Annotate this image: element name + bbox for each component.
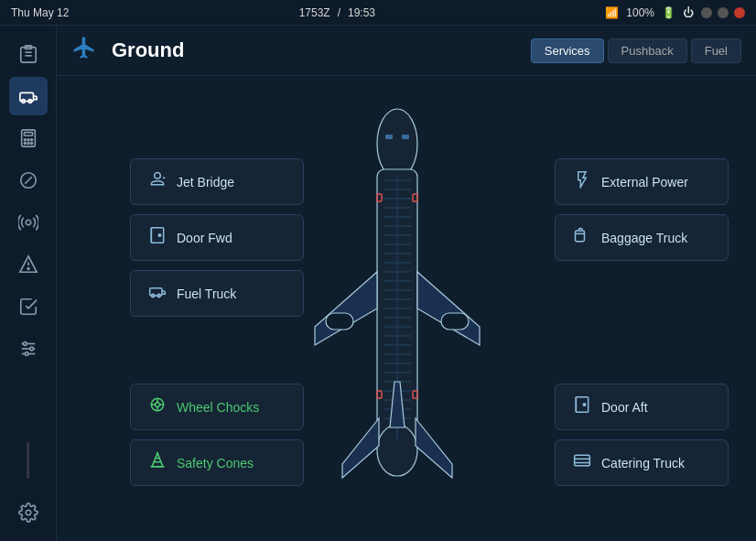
maximize-button[interactable] [718,7,729,18]
svg-rect-60 [441,313,469,330]
baggage-truck-button[interactable]: Baggage Truck [555,214,729,261]
system-tray: 📶 100% 🔋 ⏻ [605,6,745,19]
sidebar-item-warning[interactable] [9,245,48,284]
door-aft-button[interactable]: Door Aft [555,384,729,430]
safety-cones-button[interactable]: Safety Cones [130,439,304,486]
window-controls[interactable] [701,7,745,18]
sidebar-item-settings[interactable] [9,493,48,532]
catering-truck-button[interactable]: Catering Truck [555,439,729,486]
door-fwd-icon [147,226,167,249]
header: Ground Services Pushback Fuel [57,26,756,76]
svg-rect-66 [151,228,163,243]
time-display: 1753Z / 19:53 [299,6,375,19]
sidebar-item-ground[interactable] [9,77,48,115]
baggage-truck-icon [572,226,592,249]
tab-services[interactable]: Services [531,38,604,63]
svg-point-25 [26,510,31,515]
sidebar [0,26,57,541]
door-fwd-button[interactable]: Door Fwd [130,214,304,261]
services-right-top: External Power Baggage Truck [555,158,729,261]
fuel-truck-icon [147,282,167,305]
safety-cones-icon [147,451,167,474]
airplane-diagram [306,89,507,528]
battery-icon: 🔋 [662,6,675,19]
external-power-button[interactable]: External Power [555,158,729,205]
sidebar-item-clipboard[interactable] [9,35,48,73]
svg-point-23 [29,347,33,351]
sidebar-item-sliders[interactable] [9,330,48,368]
minimize-button[interactable] [701,7,712,18]
header-tabs: Services Pushback Fuel [531,38,741,63]
wheel-chocks-label: Wheel Chocks [177,400,259,415]
svg-point-9 [24,139,26,141]
services-left-top: Jet Bridge Door Fwd [130,158,304,317]
svg-point-18 [27,268,29,270]
fuel-truck-button[interactable]: Fuel Truck [130,270,304,317]
fuel-truck-label: Fuel Truck [177,287,236,301]
door-aft-icon [572,395,592,418]
jet-bridge-icon [147,170,167,193]
power-icon: ⏻ [683,6,694,19]
svg-rect-30 [402,135,409,139]
svg-point-73 [156,403,160,407]
svg-point-24 [25,352,28,356]
door-aft-label: Door Aft [601,400,648,415]
safety-cones-label: Safety Cones [177,456,254,471]
svg-point-67 [158,234,161,237]
sidebar-item-signal[interactable] [9,203,48,242]
wheel-chocks-icon [147,395,167,418]
ground-view: Jet Bridge Door Fwd [57,76,756,541]
door-fwd-label: Door Fwd [177,231,232,245]
svg-rect-81 [576,231,585,242]
external-power-label: External Power [601,175,688,189]
main-content: Ground Services Pushback Fuel [57,26,756,541]
time-local: 19:53 [348,6,375,19]
time-utc: 1753Z [299,6,330,19]
title-bar: Thu May 12 1753Z / 19:53 📶 100% 🔋 ⏻ [0,0,756,26]
services-left-bottom: Wheel Chocks Safety Cones [130,384,304,486]
sidebar-item-checklist[interactable] [9,287,48,326]
app-logo [71,35,97,66]
svg-point-16 [26,220,31,225]
svg-point-12 [24,143,26,145]
sidebar-item-calculator[interactable] [9,119,48,157]
page-title: Ground [112,38,516,62]
sidebar-scrollbar [27,442,29,479]
services-right-bottom: Door Aft Catering Truck [555,384,729,486]
tab-pushback[interactable]: Pushback [608,38,687,63]
wheel-chocks-button[interactable]: Wheel Chocks [130,384,304,430]
svg-rect-29 [385,135,393,139]
wifi-icon: 📶 [605,6,619,19]
baggage-truck-label: Baggage Truck [601,231,687,245]
svg-rect-83 [576,397,588,413]
date-display: Thu May 12 [11,6,69,19]
svg-point-13 [27,143,29,145]
jet-bridge-button[interactable]: Jet Bridge [130,158,304,205]
catering-truck-icon [572,451,592,474]
close-button[interactable] [734,7,745,18]
svg-rect-8 [24,133,32,136]
battery-percentage: 100% [626,6,654,19]
svg-point-11 [30,139,32,141]
jet-bridge-label: Jet Bridge [177,175,234,189]
svg-rect-86 [575,455,590,466]
external-power-icon [572,170,592,193]
catering-truck-label: Catering Truck [601,456,685,471]
svg-point-84 [583,404,586,406]
svg-point-14 [30,143,32,145]
svg-point-22 [23,342,27,346]
svg-point-26 [377,109,417,179]
tab-fuel[interactable]: Fuel [691,38,741,63]
app-container: Ground Services Pushback Fuel [0,26,756,541]
svg-point-10 [27,139,29,141]
sidebar-item-compass[interactable] [9,161,48,200]
svg-rect-59 [326,313,353,330]
